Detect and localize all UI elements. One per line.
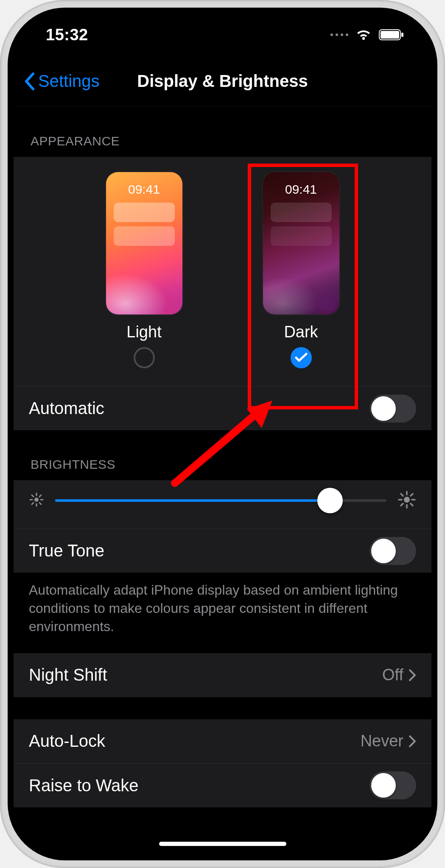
status-time: 15:32 xyxy=(46,26,88,44)
svg-rect-1 xyxy=(381,31,399,39)
true-tone-row: True Tone xyxy=(14,529,431,573)
battery-icon xyxy=(379,29,404,41)
checkmark-icon xyxy=(295,353,308,363)
appearance-option-light[interactable]: 09:41 Light xyxy=(98,172,191,368)
svg-line-12 xyxy=(39,495,41,497)
true-tone-description: Automatically adapt iPhone display based… xyxy=(14,573,431,653)
night-shift-value: Off xyxy=(382,666,416,684)
back-label: Settings xyxy=(38,72,100,91)
section-header-brightness: BRIGHTNESS xyxy=(14,430,431,480)
raise-to-wake-label: Raise to Wake xyxy=(29,776,139,795)
chevron-left-icon xyxy=(24,72,36,91)
chevron-right-icon xyxy=(409,735,416,748)
svg-line-10 xyxy=(32,495,34,497)
chevron-right-icon xyxy=(409,669,416,682)
automatic-row: Automatic xyxy=(14,386,431,430)
automatic-label: Automatic xyxy=(29,399,104,418)
lock-group: Auto-Lock Never Raise to Wake xyxy=(14,719,431,807)
night-shift-value-text: Off xyxy=(382,666,403,684)
phone-frame: 15:32 xyxy=(0,0,445,868)
slider-knob[interactable] xyxy=(317,488,343,513)
dark-label: Dark xyxy=(284,323,318,341)
appearance-option-dark[interactable]: 09:41 Dark xyxy=(255,172,348,368)
true-tone-toggle[interactable] xyxy=(369,537,416,565)
content: APPEARANCE 09:41 Light xyxy=(14,107,431,833)
light-radio[interactable] xyxy=(134,347,155,368)
screen: 15:32 xyxy=(14,14,431,854)
auto-lock-value-text: Never xyxy=(361,732,403,750)
true-tone-label: True Tone xyxy=(29,541,104,560)
toggle-knob xyxy=(371,539,396,563)
svg-line-13 xyxy=(32,503,34,504)
toggle-knob xyxy=(371,396,396,421)
preview-time: 09:41 xyxy=(106,172,182,197)
brightness-slider[interactable] xyxy=(55,499,386,502)
raise-to-wake-toggle[interactable] xyxy=(369,771,416,799)
dark-radio[interactable] xyxy=(291,347,312,368)
dark-preview: 09:41 xyxy=(263,172,339,314)
brightness-slider-row xyxy=(14,480,431,529)
notch xyxy=(114,14,331,41)
slider-fill xyxy=(55,499,330,502)
light-preview: 09:41 xyxy=(106,172,182,314)
brightness-group: True Tone xyxy=(14,480,431,573)
auto-lock-row[interactable]: Auto-Lock Never xyxy=(14,719,431,763)
light-label: Light xyxy=(126,323,161,341)
automatic-toggle[interactable] xyxy=(369,395,416,423)
svg-line-19 xyxy=(401,494,403,496)
home-indicator[interactable] xyxy=(159,842,286,846)
wifi-icon xyxy=(355,28,372,41)
toggle-knob xyxy=(371,773,396,798)
auto-lock-label: Auto-Lock xyxy=(29,732,105,751)
back-button[interactable]: Settings xyxy=(24,72,100,91)
bezel: 15:32 xyxy=(8,8,437,860)
night-shift-row[interactable]: Night Shift Off xyxy=(14,653,431,697)
auto-lock-value: Never xyxy=(361,732,416,750)
svg-point-14 xyxy=(404,497,410,503)
brightness-high-icon xyxy=(397,490,416,511)
brightness-low-icon xyxy=(29,492,44,509)
night-shift-group: Night Shift Off xyxy=(14,653,431,697)
recording-dots-icon xyxy=(330,33,348,36)
svg-line-11 xyxy=(39,503,41,504)
night-shift-label: Night Shift xyxy=(29,665,107,684)
preview-time: 09:41 xyxy=(263,172,339,197)
section-header-appearance: APPEARANCE xyxy=(14,107,431,157)
nav-bar: Settings Display & Brightness xyxy=(14,56,431,107)
svg-line-22 xyxy=(401,504,403,506)
status-icons xyxy=(330,28,404,41)
svg-rect-2 xyxy=(401,33,403,37)
svg-line-21 xyxy=(411,494,413,496)
raise-to-wake-row: Raise to Wake xyxy=(14,763,431,807)
svg-point-5 xyxy=(34,498,39,502)
svg-line-20 xyxy=(411,504,413,506)
appearance-group: 09:41 Light 09:41 xyxy=(14,157,431,430)
appearance-picker: 09:41 Light 09:41 xyxy=(14,157,431,386)
